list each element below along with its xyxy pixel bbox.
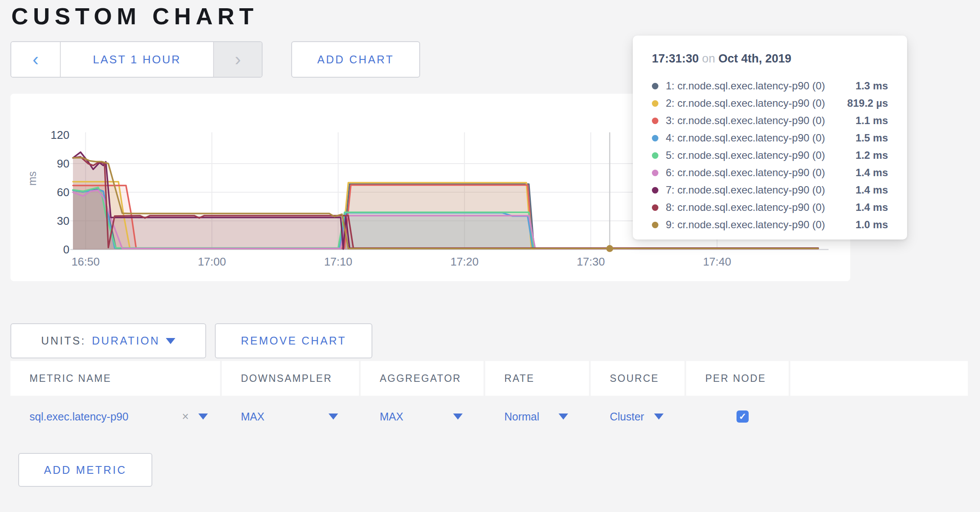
metric-row: sql.exec.latency-p90 × MAX MAX Normal Cl…: [10, 396, 968, 437]
time-window-label[interactable]: LAST 1 HOUR: [60, 42, 213, 77]
series-color-dot-icon: [652, 135, 658, 141]
tooltip-series-row: 7: cr.node.sql.exec.latency-p90 (0)1.4 m…: [652, 181, 888, 199]
y-tick-label: 30: [35, 214, 69, 228]
column-header-per-node: PER NODE: [686, 361, 789, 396]
metric-name-cell: sql.exec.latency-p90 ×: [10, 396, 220, 437]
tooltip-series-row: 3: cr.node.sql.exec.latency-p90 (0)1.1 m…: [652, 112, 888, 129]
metrics-table-header: METRIC NAME DOWNSAMPLER AGGREGATOR RATE …: [10, 361, 968, 396]
chart-tooltip: 17:31:30 on Oct 4th, 2019 1: cr.node.sql…: [633, 36, 907, 240]
x-tick-label: 17:10: [310, 255, 366, 269]
series-value: 1.4 ms: [832, 201, 888, 213]
series-label: 4: cr.node.sql.exec.latency-p90 (0): [666, 132, 832, 144]
rate-select[interactable]: Normal: [485, 396, 589, 437]
series-color-dot-icon: [652, 187, 658, 194]
series-color-dot-icon: [652, 204, 658, 211]
series-label: 9: cr.node.sql.exec.latency-p90 (0): [666, 219, 832, 231]
chevron-down-icon: [329, 414, 338, 420]
aggregator-select[interactable]: MAX: [361, 396, 483, 437]
units-dropdown[interactable]: UNITS: DURATION: [10, 323, 206, 358]
column-header-source: SOURCE: [591, 361, 684, 396]
metric-name-value[interactable]: sql.exec.latency-p90: [30, 410, 128, 423]
column-header-aggregator: AGGREGATOR: [361, 361, 483, 396]
y-tick-label: 120: [35, 128, 69, 142]
series-value: 1.4 ms: [832, 184, 888, 196]
downsampler-value: MAX: [241, 410, 264, 423]
chevron-down-icon: [559, 414, 568, 420]
tooltip-time: 17:31:30: [652, 52, 699, 65]
rate-value: Normal: [504, 410, 539, 423]
column-header-metric-name: METRIC NAME: [10, 361, 220, 396]
units-value: DURATION: [92, 335, 160, 347]
metric-name-chevron-down-icon[interactable]: [198, 414, 208, 420]
clear-metric-icon[interactable]: ×: [182, 410, 189, 423]
add-metric-button[interactable]: ADD METRIC: [18, 453, 152, 487]
series-value: 1.2 ms: [832, 149, 888, 161]
column-header-rate: RATE: [485, 361, 589, 396]
add-chart-button[interactable]: ADD CHART: [291, 41, 420, 78]
series-label: 2: cr.node.sql.exec.latency-p90 (0): [666, 97, 832, 109]
x-tick-label: 17:30: [562, 255, 619, 269]
series-color-dot-icon: [652, 100, 658, 107]
source-select[interactable]: Cluster: [591, 396, 684, 437]
series-color-dot-icon: [652, 118, 658, 124]
tooltip-series-row: 6: cr.node.sql.exec.latency-p90 (0)1.4 m…: [652, 164, 888, 181]
x-tick-label: 17:20: [436, 255, 493, 269]
series-label: 1: cr.node.sql.exec.latency-p90 (0): [666, 80, 832, 92]
y-tick-label: 90: [35, 157, 69, 171]
check-icon: ✓: [739, 411, 747, 422]
time-window-next-button[interactable]: ›: [213, 42, 262, 77]
series-color-dot-icon: [652, 222, 658, 228]
series-label: 5: cr.node.sql.exec.latency-p90 (0): [666, 149, 832, 161]
tooltip-series-row: 5: cr.node.sql.exec.latency-p90 (0)1.2 m…: [652, 147, 888, 164]
tooltip-series-row: 4: cr.node.sql.exec.latency-p90 (0)1.5 m…: [652, 129, 888, 147]
series-color-dot-icon: [652, 83, 658, 89]
chevron-down-icon: [166, 338, 175, 344]
series-value: 819.2 µs: [832, 97, 888, 109]
x-tick-label: 17:40: [689, 255, 745, 269]
units-label: UNITS:: [41, 335, 86, 347]
source-value: Cluster: [610, 410, 644, 423]
remove-chart-button[interactable]: REMOVE CHART: [215, 323, 372, 358]
tooltip-date: Oct 4th, 2019: [718, 52, 791, 65]
tooltip-series-row: 9: cr.node.sql.exec.latency-p90 (0)1.0 m…: [652, 216, 888, 233]
y-axis-unit-label: ms: [26, 171, 39, 186]
series-label: 7: cr.node.sql.exec.latency-p90 (0): [666, 184, 832, 196]
y-tick-label: 0: [35, 243, 69, 256]
series-color-dot-icon: [652, 152, 658, 159]
chevron-down-icon: [654, 414, 664, 420]
series-value: 1.0 ms: [832, 219, 888, 231]
series-value: 1.3 ms: [832, 80, 888, 92]
tooltip-series-list: 1: cr.node.sql.exec.latency-p90 (0)1.3 m…: [652, 77, 888, 233]
downsampler-select[interactable]: MAX: [222, 396, 359, 437]
x-tick-label: 16:50: [57, 255, 114, 269]
column-header-downsampler: DOWNSAMPLER: [222, 361, 359, 396]
series-value: 1.4 ms: [832, 167, 888, 179]
series-value: 1.5 ms: [832, 132, 888, 144]
page-title: CUSTOM CHART: [11, 3, 258, 30]
per-node-checkbox[interactable]: ✓: [737, 410, 749, 423]
column-header-actions: [790, 361, 968, 396]
time-window-selector: ‹ LAST 1 HOUR ›: [10, 41, 263, 78]
tooltip-series-row: 1: cr.node.sql.exec.latency-p90 (0)1.3 m…: [652, 77, 888, 95]
per-node-cell: ✓: [686, 396, 789, 437]
tooltip-series-row: 2: cr.node.sql.exec.latency-p90 (0)819.2…: [652, 95, 888, 112]
x-tick-label: 17:00: [184, 255, 240, 269]
series-label: 3: cr.node.sql.exec.latency-p90 (0): [666, 115, 832, 127]
time-window-prev-button[interactable]: ‹: [11, 42, 60, 77]
tooltip-series-row: 8: cr.node.sql.exec.latency-p90 (0)1.4 m…: [652, 199, 888, 216]
series-label: 8: cr.node.sql.exec.latency-p90 (0): [666, 201, 832, 213]
tooltip-on-word: on: [702, 52, 715, 65]
actions-cell: REMOVE METRIC: [790, 396, 968, 437]
y-tick-label: 60: [35, 186, 69, 199]
chevron-down-icon: [453, 414, 463, 420]
series-value: 1.1 ms: [832, 115, 888, 127]
tooltip-timestamp: 17:31:30 on Oct 4th, 2019: [652, 52, 791, 66]
aggregator-value: MAX: [380, 410, 403, 423]
series-color-dot-icon: [652, 170, 658, 176]
series-label: 6: cr.node.sql.exec.latency-p90 (0): [666, 167, 832, 179]
